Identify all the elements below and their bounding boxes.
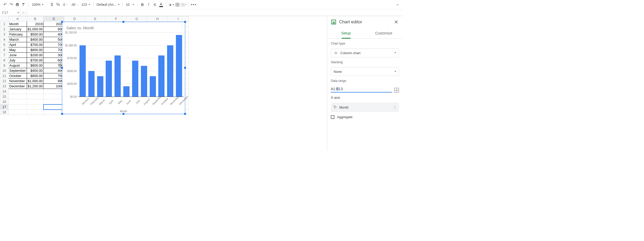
cell[interactable]: $1,000.00 [27, 27, 44, 32]
redo-icon[interactable]: ↷ [8, 2, 14, 8]
format-percent-icon[interactable]: % [55, 2, 61, 8]
cell[interactable]: January [9, 27, 27, 32]
cell[interactable]: September [9, 68, 27, 73]
cell[interactable]: August [9, 63, 27, 68]
cell[interactable] [27, 104, 44, 110]
cell[interactable]: $700.00 [27, 42, 44, 47]
column-header[interactable]: H [147, 16, 168, 22]
column-header[interactable]: G [126, 16, 147, 22]
row-header[interactable]: 12 [0, 79, 9, 84]
column-header[interactable]: A [9, 16, 27, 22]
column-header[interactable]: F [106, 16, 126, 22]
cell[interactable] [27, 110, 44, 115]
row-header[interactable]: 8 [0, 58, 9, 63]
merge-cells-icon[interactable] [181, 2, 187, 8]
row-header[interactable]: 4 [0, 37, 9, 42]
resize-handle[interactable] [123, 113, 124, 115]
column-header[interactable]: B [27, 16, 44, 22]
collapse-toolbar-icon[interactable] [395, 2, 400, 8]
cell[interactable]: March [9, 37, 27, 42]
cell[interactable] [9, 110, 27, 115]
row-header[interactable]: 14 [0, 89, 9, 94]
column-header[interactable]: E [85, 16, 106, 22]
cell[interactable]: $700.00 [27, 58, 44, 63]
strikethrough-icon[interactable]: S [152, 2, 158, 8]
chart-type-select[interactable]: Column chart [331, 48, 399, 57]
spreadsheet-grid[interactable]: ABCDEFGHI1Month201920202January$1,000.00… [0, 16, 327, 151]
row-header[interactable]: 17 [0, 104, 9, 110]
data-range-input[interactable]: A1:B13 [331, 86, 392, 93]
paint-format-icon[interactable] [21, 2, 26, 8]
font-size-select[interactable]: 10 [125, 2, 135, 8]
decrease-decimal-icon[interactable]: .0← [61, 2, 69, 8]
cell[interactable] [27, 94, 44, 99]
cell[interactable]: February [9, 32, 27, 37]
cell[interactable]: 990 [44, 79, 64, 84]
row-header[interactable]: 13 [0, 84, 9, 89]
embedded-chart[interactable]: ⋮ Sales vs. Month Sales $0.00$250.00$500… [62, 22, 185, 114]
cell[interactable]: $200.00 [27, 53, 44, 58]
close-icon[interactable]: ✕ [394, 19, 398, 25]
row-header[interactable]: 11 [0, 73, 9, 79]
cell[interactable]: 700 [44, 47, 64, 53]
fill-color-icon[interactable] [168, 2, 174, 8]
undo-icon[interactable]: ↶ [2, 2, 8, 8]
more-icon[interactable]: ⋮ [393, 105, 396, 109]
row-header[interactable]: 15 [0, 94, 9, 99]
resize-handle[interactable] [61, 21, 63, 23]
cell[interactable]: $800.00 [27, 73, 44, 79]
cell[interactable]: May [9, 47, 27, 53]
cell[interactable]: 1000 [44, 84, 64, 89]
row-header[interactable]: 1 [0, 22, 9, 27]
row-header[interactable]: 10 [0, 68, 9, 73]
cell[interactable]: 400 [44, 68, 64, 73]
cell[interactable]: $600.00 [27, 63, 44, 68]
resize-handle[interactable] [184, 67, 186, 69]
cell[interactable] [27, 99, 44, 104]
row-header[interactable]: 16 [0, 99, 9, 104]
cell[interactable]: $500.00 [27, 32, 44, 37]
tab-customize[interactable]: Customize [365, 28, 403, 38]
resize-handle[interactable] [184, 21, 186, 23]
bold-icon[interactable]: B [140, 2, 145, 8]
cell[interactable] [27, 89, 44, 94]
row-header[interactable]: 18 [0, 110, 9, 115]
cell[interactable]: Month [9, 22, 27, 27]
cell[interactable] [44, 104, 64, 110]
stacking-select[interactable]: None [331, 67, 399, 76]
print-icon[interactable] [15, 2, 20, 8]
resize-handle[interactable] [123, 21, 124, 23]
chart-more-icon[interactable]: ⋮ [180, 23, 184, 28]
cell[interactable]: 300 [44, 53, 64, 58]
tab-setup[interactable]: Setup [327, 28, 365, 38]
cell[interactable] [9, 99, 27, 104]
resize-handle[interactable] [184, 113, 186, 115]
borders-icon[interactable] [175, 2, 180, 8]
column-header[interactable]: I [168, 16, 189, 22]
format-currency-icon[interactable]: $ [49, 2, 55, 8]
font-select[interactable]: Default (Ari... [96, 2, 120, 8]
more-toolbar-icon[interactable]: ••• [191, 2, 197, 8]
cell[interactable]: April [9, 42, 27, 47]
cell[interactable]: 400 [44, 32, 64, 37]
name-box[interactable]: C17 [0, 9, 20, 16]
formula-input[interactable]: fx [20, 9, 29, 16]
cell[interactable]: October [9, 73, 27, 79]
cell[interactable]: $400.00 [27, 37, 44, 42]
cell[interactable]: $400.00 [27, 68, 44, 73]
increase-decimal-icon[interactable]: .00→ [70, 2, 80, 8]
x-axis-field-chip[interactable]: TT Month ⋮ [331, 103, 399, 112]
row-header[interactable]: 9 [0, 63, 9, 68]
cell[interactable] [44, 99, 64, 104]
cell[interactable]: 2019 [27, 22, 44, 27]
cell[interactable]: 700 [44, 42, 64, 47]
cell[interactable] [44, 94, 64, 99]
resize-handle[interactable] [61, 113, 63, 115]
more-formats-select[interactable]: 123 [80, 2, 91, 8]
column-header[interactable]: C [44, 16, 64, 22]
cell[interactable] [9, 94, 27, 99]
aggregate-checkbox[interactable]: Aggregate [331, 115, 399, 119]
row-header[interactable]: 6 [0, 47, 9, 53]
cell[interactable] [44, 89, 64, 94]
cell[interactable]: $800.00 [27, 47, 44, 53]
